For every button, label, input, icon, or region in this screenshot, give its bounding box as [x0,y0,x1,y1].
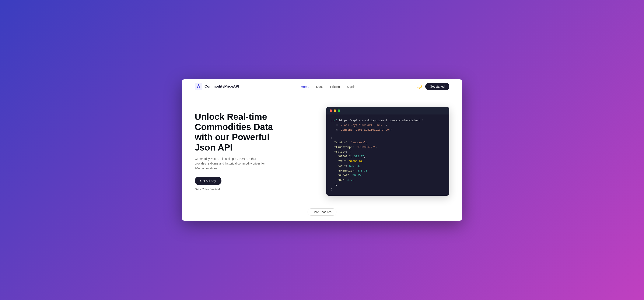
json-ng: "NG": $7.2 [331,178,444,183]
code-window: curl https://api.commoditypriceapi.com/v… [326,107,449,196]
window-dot-yellow [334,109,336,112]
header-line-1: -H 'x-api-key: YOUR_API_TOKEN' \ [331,123,444,128]
json-wheat: "WHEAT": $6.55, [331,173,444,178]
json-close-brace: } [331,187,444,192]
json-timestamp: "timestamp": "1703866777", [331,145,444,150]
hero-description: CommodityPriceAPI is a simple JSON API t… [195,156,267,171]
curl-line: curl https://api.commoditypriceapi.com/v… [331,118,444,123]
json-rates-close: }, [331,183,444,187]
nav-signin[interactable]: Signin [346,85,356,88]
nav-docs[interactable]: Docs [316,85,323,88]
core-features-badge[interactable]: Core Features [308,208,336,216]
get-started-button[interactable]: Get started [425,83,449,90]
curl-section: curl https://api.commoditypriceapi.com/v… [331,118,444,132]
hero-left: Unlock Real-time Commodities Data with o… [195,112,280,191]
json-brentoil: "BRENTOIL": $73.38, [331,169,444,173]
svg-rect-0 [195,83,202,90]
window-dot-red [330,109,332,112]
json-section: { "status": "success", "timestamp": "170… [331,136,444,192]
get-api-key-button[interactable]: Get Api Key [195,177,222,185]
window-dot-green [338,109,340,112]
json-wtioil: "WTIOIL": $72.87, [331,154,444,159]
nav-links: Home Docs Pricing Signin [301,85,356,88]
hero-section: Unlock Real-time Commodities Data with o… [182,94,462,204]
code-titlebar [326,107,449,114]
brand-name: CommodityPriceAPI [204,84,239,89]
code-window-container: curl https://api.commoditypriceapi.com/v… [326,107,449,196]
json-rates-open: "rates": { [331,150,444,154]
navbar: CommodityPriceAPI Home Docs Pricing Sign… [182,79,462,94]
json-xag: "XAG": $29.04, [331,164,444,169]
theme-toggle-icon[interactable]: 🌙 [417,84,422,89]
nav-pricing[interactable]: Pricing [330,85,340,88]
json-status: "status": "success", [331,140,444,145]
hero-title: Unlock Real-time Commodities Data with o… [195,112,280,153]
json-xau: "XAU": $2006.09, [331,159,444,164]
json-open-brace: { [331,136,444,140]
brand: CommodityPriceAPI [195,83,239,90]
nav-home[interactable]: Home [301,85,309,88]
trial-text: Get a 7 day free trial. [195,188,280,191]
logo-icon [195,83,202,90]
nav-actions: 🌙 Get started [417,83,449,90]
code-content: curl https://api.commoditypriceapi.com/v… [326,114,449,196]
header-line-2: -H 'Content-Type: application/json' [331,128,444,132]
bottom-section: Core Features [182,204,462,221]
